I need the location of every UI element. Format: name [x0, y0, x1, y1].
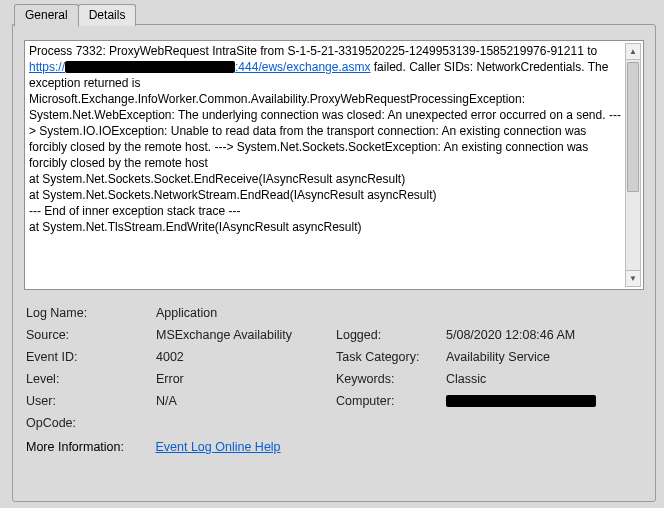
event-id-label: Event ID: — [26, 350, 156, 364]
opcode-label: OpCode: — [26, 416, 156, 430]
task-category-value: Availability Service — [446, 350, 644, 364]
logged-label: Logged: — [336, 328, 446, 342]
event-properties-panel: General Details Process 7332: ProxyWebRe… — [0, 0, 664, 508]
event-log-online-help-link[interactable]: Event Log Online Help — [155, 440, 280, 454]
source-label: Source: — [26, 328, 156, 342]
more-info-row: More Information: Event Log Online Help — [24, 440, 644, 454]
user-label: User: — [26, 394, 156, 408]
log-name-label: Log Name: — [26, 306, 156, 320]
event-description-text[interactable]: Process 7332: ProxyWebRequest IntraSite … — [29, 43, 623, 287]
redacted-host — [65, 61, 235, 73]
stack-line-1: at System.Net.Sockets.NetworkStream.EndR… — [29, 188, 436, 202]
url-suffix: :444/ews/exchange.asmx — [235, 60, 370, 74]
logged-value: 5/08/2020 12:08:46 AM — [446, 328, 644, 342]
tabstrip: General Details — [14, 4, 135, 26]
level-label: Level: — [26, 372, 156, 386]
computer-value — [446, 394, 644, 408]
computer-label: Computer: — [336, 394, 446, 408]
task-category-label: Task Category: — [336, 350, 446, 364]
more-info-label: More Information: — [26, 440, 152, 454]
opcode-value — [156, 416, 644, 430]
proxy-url-link[interactable]: https://:444/ews/exchange.asmx — [29, 60, 370, 74]
user-value: N/A — [156, 394, 336, 408]
url-prefix: https:// — [29, 60, 65, 74]
general-panel: Process 7332: ProxyWebRequest IntraSite … — [12, 24, 656, 502]
redacted-computer — [446, 395, 596, 407]
keywords-value: Classic — [446, 372, 644, 386]
scroll-thumb[interactable] — [627, 62, 639, 192]
event-id-value: 4002 — [156, 350, 336, 364]
desc-postlink: failed. Caller SIDs: NetworkCredentials.… — [29, 60, 621, 170]
desc-prelink: Process 7332: ProxyWebRequest IntraSite … — [29, 44, 597, 58]
tab-details[interactable]: Details — [78, 4, 137, 26]
source-value: MSExchange Availability — [156, 328, 336, 342]
event-fields-grid: Log Name: Application Source: MSExchange… — [24, 306, 644, 430]
log-name-value: Application — [156, 306, 644, 320]
scroll-up-button[interactable]: ▲ — [626, 44, 640, 60]
tab-general[interactable]: General — [14, 4, 79, 27]
level-value: Error — [156, 372, 336, 386]
stack-line-0: at System.Net.Sockets.Socket.EndReceive(… — [29, 172, 405, 186]
scroll-down-button[interactable]: ▼ — [626, 270, 640, 286]
stack-line-3: at System.Net.TlsStream.EndWrite(IAsyncR… — [29, 220, 362, 234]
description-scrollbar[interactable]: ▲ ▼ — [625, 43, 641, 287]
stack-line-2: --- End of inner exception stack trace -… — [29, 204, 240, 218]
keywords-label: Keywords: — [336, 372, 446, 386]
event-description-box[interactable]: Process 7332: ProxyWebRequest IntraSite … — [24, 40, 644, 290]
